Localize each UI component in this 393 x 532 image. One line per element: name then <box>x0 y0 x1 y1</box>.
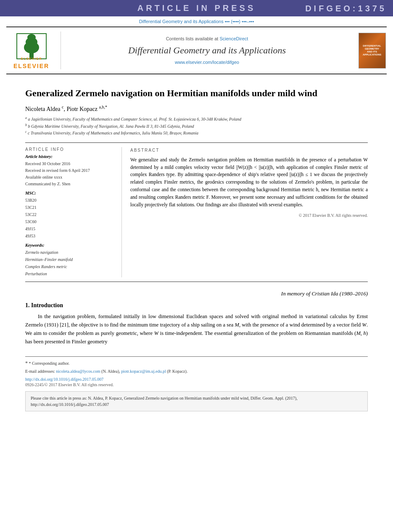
affiliation-c: c c Transilvania University, Faculty of … <box>25 129 368 136</box>
sciencedirect-line: Contents lists available at ScienceDirec… <box>166 36 248 41</box>
msc-label: MSC: <box>25 191 115 195</box>
history-label: Article history: <box>25 154 115 159</box>
elsevier-tree-icon: ELSEVIER <box>15 32 48 61</box>
info-abstract-section: ARTICLE INFO Article history: Received 3… <box>25 147 368 277</box>
citation-notice: Please cite this article in press as: N.… <box>25 391 368 411</box>
intro-heading: 1. Introduction <box>25 302 368 309</box>
available-online: Available online xxxx <box>25 174 115 181</box>
email-footnote: E-mail addresses: nicoleta.aldea@lycos.c… <box>25 368 368 374</box>
svg-point-3 <box>27 34 36 41</box>
footnotes-area: * * Corresponding author. E-mail address… <box>25 356 368 374</box>
section-divider <box>25 142 368 143</box>
email2-link[interactable]: piotr.kopacz@im.uj.edu.pl <box>121 369 166 374</box>
revised-date: Received in revised form 6 April 2017 <box>25 167 115 174</box>
affiliations: a a Jagiellonian University, Faculty of … <box>25 116 368 136</box>
doi-line[interactable]: http://dx.doi.org/10.1016/j.difgeo.2017.… <box>25 377 368 382</box>
article-title: Generalized Zermelo navigation on Hermit… <box>25 87 368 100</box>
abstract-header: ABSTRACT <box>130 147 368 154</box>
cover-image-text: DIFFERENTIALGEOMETRYAND ITSAPPLICATIONS <box>361 43 382 58</box>
dedication: In memory of Cristian Ida (1980–2016) <box>25 290 368 297</box>
communicated-by: Communicated by Z. Shen <box>25 181 115 187</box>
elsevier-brand: ELSEVIER <box>13 63 49 69</box>
journal-subtitle: Differential Geometry and its Applicatio… <box>0 16 393 26</box>
svg-text:ELSEVIER: ELSEVIER <box>21 57 42 60</box>
received-date: Received 30 October 2016 <box>25 161 115 167</box>
article-info-header: ARTICLE INFO <box>25 147 115 152</box>
corresponding-author-note: * * Corresponding author. <box>25 359 368 367</box>
journal-header: ELSEVIER ELSEVIER Contents lists availab… <box>6 26 387 74</box>
article-info-col: ARTICLE INFO Article history: Received 3… <box>25 147 122 277</box>
issn-line: 0926-2245/© 2017 Elsevier B.V. All right… <box>25 382 368 387</box>
copyright-line: © 2017 Elsevier B.V. All rights reserved… <box>130 212 368 219</box>
section-divider-2 <box>25 282 368 282</box>
intro-paragraph: In the navigation problem, formulated in… <box>25 312 368 346</box>
elsevier-logo: ELSEVIER ELSEVIER <box>6 32 61 69</box>
journal-center: Contents lists available at ScienceDirec… <box>61 32 353 69</box>
msc-codes: 53B20 53C21 53C22 53C60 49J15 49J53 <box>25 197 115 240</box>
article-in-press-banner: ARTICLE IN PRESS DIFGEO:1375 <box>0 0 393 16</box>
main-content: Generalized Zermelo navigation on Hermit… <box>0 74 393 416</box>
authors: Nicoleta Aldea c, Piotr Kopacz a,b,* <box>25 105 368 113</box>
sciencedirect-link[interactable]: ScienceDirect <box>219 36 248 41</box>
banner-text: ARTICLE IN PRESS <box>137 3 256 13</box>
abstract-col: ABSTRACT We generalize and study the Zer… <box>130 147 368 277</box>
journal-url[interactable]: www.elsevier.com/locate/difgeo <box>175 60 239 65</box>
journal-cover: DIFFERENTIALGEOMETRYAND ITSAPPLICATIONS <box>353 32 387 69</box>
abstract-text: We generalize and study the Zermelo navi… <box>130 156 368 209</box>
keywords-list: Zermelo navigation Hermitian–Finsler man… <box>25 249 115 277</box>
difgeo-id: DIFGEO:1375 <box>305 3 387 13</box>
affiliation-a: a a Jagiellonian University, Faculty of … <box>25 116 368 122</box>
keywords-label: Keywords: <box>25 243 115 248</box>
doi-url[interactable]: http://dx.doi.org/10.1016/j.difgeo.2017.… <box>25 377 103 382</box>
affiliation-b: b b Gdynia Maritime University, Faculty … <box>25 123 368 129</box>
email1-link[interactable]: nicoleta.aldea@lycos.com <box>56 369 100 374</box>
journal-name: Differential Geometry and its Applicatio… <box>128 45 286 57</box>
cover-image: DIFFERENTIALGEOMETRYAND ITSAPPLICATIONS <box>359 33 386 68</box>
